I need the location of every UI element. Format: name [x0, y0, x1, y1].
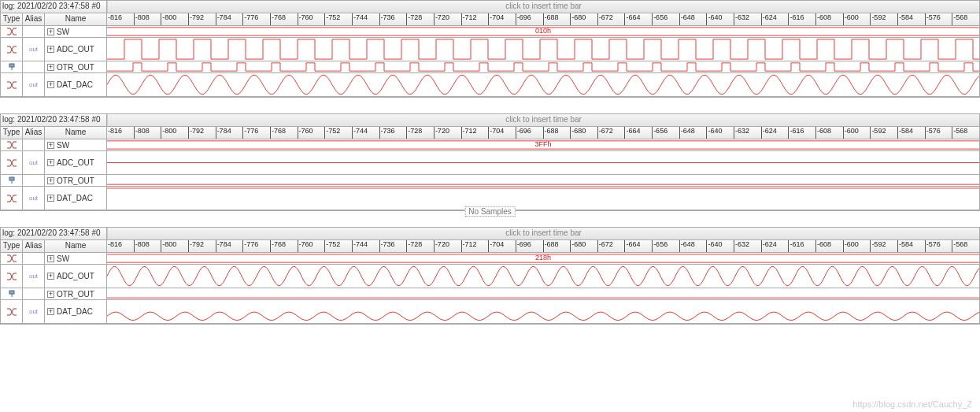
expand-icon[interactable]: +	[47, 64, 54, 71]
col-header-alias[interactable]: Alias	[23, 240, 45, 252]
ruler-tick: -576	[925, 240, 952, 252]
col-header-name[interactable]: Name	[45, 127, 107, 139]
signal-type-icon	[1, 175, 23, 186]
signal-row[interactable]: out+DAT_DAC	[1, 73, 979, 97]
ruler-tick: -696	[516, 240, 543, 252]
ruler-tick: -688	[543, 127, 571, 139]
signal-name-cell[interactable]: +SW	[45, 139, 107, 150]
signal-row[interactable]: out+DAT_DAC	[1, 300, 979, 324]
signal-name-label: SW	[57, 28, 69, 36]
signal-row[interactable]: +SW3FFh	[1, 139, 979, 151]
signal-name-cell[interactable]: +OTR_OUT	[45, 175, 107, 186]
signal-alias: out	[23, 300, 45, 323]
signal-name-cell[interactable]: +DAT_DAC	[45, 73, 107, 96]
signal-alias	[23, 139, 45, 150]
ruler-tick: -744	[352, 13, 379, 25]
expand-icon[interactable]: +	[47, 46, 54, 53]
signal-row[interactable]: out+ADC_OUT	[1, 265, 979, 288]
col-header-type[interactable]: Type	[1, 127, 23, 139]
expand-icon[interactable]: +	[47, 159, 54, 166]
expand-icon[interactable]: +	[47, 28, 54, 35]
waveform-area[interactable]	[107, 265, 979, 288]
ruler-tick: -736	[379, 240, 407, 252]
signal-name-cell[interactable]: +SW	[45, 253, 107, 264]
log-timestamp: log: 2021/02/20 23:47:58 #0	[1, 114, 107, 126]
signal-name-cell[interactable]: +DAT_DAC	[45, 300, 107, 323]
col-header-type[interactable]: Type	[1, 13, 23, 25]
time-ruler[interactable]: -816-808-800-792-784-776-768-760-752-744…	[107, 127, 979, 139]
ruler-tick: -664	[624, 127, 652, 139]
ruler-tick: -600	[843, 127, 871, 139]
time-ruler[interactable]: -816-808-800-792-784-776-768-760-752-744…	[107, 13, 979, 25]
waveform-area[interactable]: 010h	[107, 26, 979, 37]
insert-timebar-area[interactable]: click to insert time bar	[107, 1, 979, 13]
ruler-tick: -776	[242, 240, 270, 252]
col-header-alias[interactable]: Alias	[23, 127, 45, 139]
ruler-tick: -720	[434, 240, 461, 252]
insert-timebar-area[interactable]: click to insert time bar	[107, 228, 979, 239]
ruler-tick: -816	[107, 13, 134, 25]
ruler-tick: -656	[652, 127, 679, 139]
signal-name-cell[interactable]: +ADC_OUT	[45, 151, 107, 174]
signal-name-cell[interactable]: +ADC_OUT	[45, 265, 107, 288]
expand-icon[interactable]: +	[47, 81, 54, 88]
signal-type-icon	[1, 26, 23, 37]
waveform-area[interactable]	[107, 38, 979, 61]
ruler-tick: -808	[134, 127, 161, 139]
signal-name-cell[interactable]: +DAT_DAC	[45, 187, 107, 210]
time-ruler[interactable]: -816-808-800-792-784-776-768-760-752-744…	[107, 240, 979, 252]
ruler-tick: -728	[406, 127, 434, 139]
waveform-area[interactable]	[107, 61, 979, 72]
signal-row[interactable]: +OTR_OUT	[1, 288, 979, 300]
expand-icon[interactable]: +	[47, 195, 54, 202]
waveform-area[interactable]	[107, 175, 979, 186]
waveform-area[interactable]	[107, 300, 979, 323]
waveform-area[interactable]: 3FFh	[107, 139, 979, 150]
col-header-alias[interactable]: Alias	[23, 13, 45, 25]
signal-row[interactable]: +OTR_OUT	[1, 175, 979, 187]
expand-icon[interactable]: +	[47, 273, 54, 280]
waveform-area[interactable]	[107, 288, 979, 299]
signal-name-cell[interactable]: +SW	[45, 26, 107, 37]
signal-type-icon	[1, 265, 23, 288]
signal-type-icon	[1, 300, 23, 323]
ruler-tick: -728	[406, 240, 434, 252]
ruler-tick: -688	[543, 240, 571, 252]
ruler-tick: -808	[134, 13, 161, 25]
expand-icon[interactable]: +	[47, 177, 54, 184]
ruler-tick: -600	[843, 13, 871, 25]
waveform-area[interactable]	[107, 187, 979, 210]
signal-alias: out	[23, 73, 45, 96]
waveform-area[interactable]: 218h	[107, 253, 979, 264]
col-header-name[interactable]: Name	[45, 13, 107, 25]
signal-name-cell[interactable]: +ADC_OUT	[45, 38, 107, 61]
expand-icon[interactable]: +	[47, 255, 54, 262]
ruler-tick: -616	[788, 240, 815, 252]
signal-row[interactable]: +SW218h	[1, 253, 979, 265]
waveform-panel: log: 2021/02/20 23:47:58 #0click to inse…	[0, 113, 980, 211]
ruler-tick: -768	[270, 127, 298, 139]
expand-icon[interactable]: +	[47, 308, 54, 315]
ruler-tick: -648	[679, 127, 707, 139]
signal-name-cell[interactable]: +OTR_OUT	[45, 288, 107, 299]
expand-icon[interactable]: +	[47, 291, 54, 298]
waveform-area[interactable]	[107, 73, 979, 96]
col-header-name[interactable]: Name	[45, 240, 107, 252]
ruler-tick: -768	[270, 240, 298, 252]
signal-row[interactable]: +SW010h	[1, 26, 979, 38]
insert-timebar-area[interactable]: click to insert time bar	[107, 114, 979, 126]
ruler-tick: -592	[870, 127, 897, 139]
waveform-area[interactable]	[107, 151, 979, 174]
expand-icon[interactable]: +	[47, 142, 54, 149]
signal-row[interactable]: out+ADC_OUT	[1, 151, 979, 175]
ruler-tick: -584	[897, 127, 925, 139]
signal-row[interactable]: +OTR_OUT	[1, 61, 979, 73]
ruler-tick: -744	[352, 127, 379, 139]
ruler-tick: -800	[161, 240, 188, 252]
ruler-tick: -736	[379, 13, 407, 25]
signal-alias	[23, 26, 45, 37]
signal-name-cell[interactable]: +OTR_OUT	[45, 61, 107, 72]
col-header-type[interactable]: Type	[1, 240, 23, 252]
signal-row[interactable]: out+ADC_OUT	[1, 38, 979, 61]
ruler-tick: -776	[242, 127, 270, 139]
